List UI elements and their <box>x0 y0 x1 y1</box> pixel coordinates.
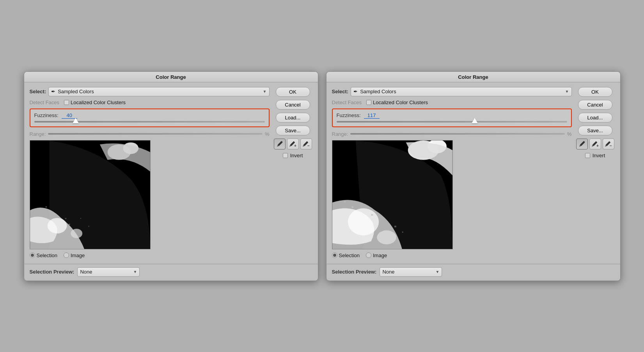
right-localized-checkbox[interactable] <box>366 100 371 105</box>
left-localized-checkbox-label[interactable]: Localized Color Clusters <box>64 100 126 105</box>
right-detect-faces-label: Detect Faces <box>332 100 362 105</box>
right-save-button[interactable]: Save... <box>578 126 612 135</box>
left-localized-checkbox[interactable] <box>64 100 69 105</box>
right-image-radio-label[interactable]: Image <box>366 252 387 258</box>
right-selection-radio[interactable] <box>332 252 337 258</box>
right-range-track[interactable] <box>350 133 565 135</box>
right-select-row: Select: ✒ Sampled Colors ▼ <box>332 87 572 96</box>
left-eyedropper-add-icon: + <box>289 140 296 148</box>
right-eyedropper-icon <box>578 140 585 148</box>
left-select-arrow-icon: ▼ <box>263 89 267 94</box>
right-select-arrow-icon: ▼ <box>565 89 569 94</box>
svg-rect-22 <box>379 220 380 221</box>
right-eyedropper-sample-button[interactable] <box>576 139 588 149</box>
left-sel-prev-arrow-icon: ▼ <box>133 270 137 274</box>
left-dialog-title: Color Range <box>24 72 318 82</box>
svg-text:−: − <box>307 144 310 148</box>
right-range-row: Range: % <box>332 131 572 137</box>
right-image-label: Image <box>373 252 387 258</box>
right-select-value: Sampled Colors <box>360 89 563 94</box>
right-select-dropdown[interactable]: ✒ Sampled Colors ▼ <box>351 87 571 96</box>
left-fuzziness-row: Fuzziness: 40 <box>34 112 265 119</box>
svg-text:+: + <box>294 144 296 148</box>
left-detect-faces-label: Detect Faces <box>30 100 60 105</box>
left-image-radio-label[interactable]: Image <box>64 252 85 258</box>
right-fuzziness-track[interactable] <box>337 121 567 123</box>
left-preview-svg <box>30 140 150 249</box>
left-eyedropper-group: + − <box>274 139 312 149</box>
left-selection-radio-label[interactable]: Selection <box>30 252 57 258</box>
right-sel-prev-dropdown[interactable]: None ▼ <box>380 267 442 277</box>
right-selection-radio-label[interactable]: Selection <box>332 252 360 258</box>
right-load-button[interactable]: Load... <box>578 113 612 123</box>
left-save-button[interactable]: Save... <box>276 126 310 135</box>
left-localized-label: Localized Color Clusters <box>71 100 126 105</box>
svg-point-18 <box>377 230 396 244</box>
right-selection-radio-inner <box>333 254 336 257</box>
left-fuzziness-box: Fuzziness: 40 <box>30 108 270 127</box>
svg-rect-6 <box>51 212 52 213</box>
left-selection-preview-row: Selection Preview: None ▼ <box>24 264 318 281</box>
left-select-dropdown[interactable]: ✒ Sampled Colors ▼ <box>48 87 269 96</box>
left-dialog-body: Select: ✒ Sampled Colors ▼ Detect Faces … <box>24 82 318 264</box>
svg-rect-7 <box>65 218 66 219</box>
right-fuzziness-thumb[interactable] <box>472 118 478 123</box>
left-invert-checkbox[interactable] <box>283 153 288 158</box>
svg-rect-24 <box>402 231 403 233</box>
right-localized-label: Localized Color Clusters <box>373 100 428 105</box>
left-load-button[interactable]: Load... <box>276 113 310 123</box>
svg-point-4 <box>71 229 82 238</box>
right-invert-checkbox[interactable] <box>585 153 590 158</box>
right-fuzziness-label: Fuzziness: <box>337 112 361 118</box>
left-sel-prev-dropdown[interactable]: None ▼ <box>77 267 140 277</box>
right-sel-prev-label: Selection Preview: <box>332 269 377 275</box>
right-options-row: Detect Faces Localized Color Clusters <box>332 100 572 105</box>
right-localized-checkbox-label[interactable]: Localized Color Clusters <box>366 100 428 105</box>
left-eyedropper-sample-button[interactable] <box>274 139 286 149</box>
right-ok-button[interactable]: OK <box>578 87 612 97</box>
left-select-row: Select: ✒ Sampled Colors ▼ <box>30 87 270 96</box>
svg-rect-5 <box>45 206 46 207</box>
right-dialog: Color Range Select: ✒ Sampled Colors ▼ D… <box>326 71 621 281</box>
right-dialog-title: Color Range <box>326 72 620 82</box>
left-dialog-right: OK Cancel Load... Save... <box>273 87 312 258</box>
right-eyedropper-add-button[interactable]: + <box>589 139 601 149</box>
svg-rect-8 <box>69 224 70 225</box>
svg-text:+: + <box>596 144 599 148</box>
left-range-label: Range: <box>30 131 46 137</box>
svg-rect-9 <box>80 218 81 219</box>
svg-rect-21 <box>371 214 373 215</box>
right-fuzziness-box: Fuzziness: 117 <box>332 108 572 127</box>
left-eyedropper-add-button[interactable]: + <box>287 139 299 149</box>
left-range-row: Range: % <box>30 131 270 137</box>
left-ok-button[interactable]: OK <box>276 87 310 97</box>
left-radio-row: Selection Image <box>30 252 270 258</box>
left-fuzziness-thumb[interactable] <box>73 118 79 123</box>
right-select-label: Select: <box>332 89 349 94</box>
right-cancel-button[interactable]: Cancel <box>578 100 612 110</box>
right-selection-preview-row: Selection Preview: None ▼ <box>326 264 620 281</box>
right-sel-prev-arrow-icon: ▼ <box>435 270 439 274</box>
right-eyedropper-subtract-button[interactable]: − <box>603 139 614 149</box>
right-dialog-left: Select: ✒ Sampled Colors ▼ Detect Faces … <box>332 87 572 258</box>
left-eyedropper-icon <box>276 140 283 148</box>
left-select-label: Select: <box>30 89 46 94</box>
left-fuzziness-track[interactable] <box>34 121 265 123</box>
left-image-radio[interactable] <box>64 252 69 258</box>
left-eyedropper-subtract-button[interactable]: − <box>300 139 312 149</box>
left-range-percent: % <box>265 131 270 137</box>
left-sel-prev-value: None <box>80 269 131 275</box>
right-invert-label: Invert <box>593 153 605 158</box>
left-sel-prev-label: Selection Preview: <box>30 269 75 275</box>
left-preview-canvas <box>30 140 151 249</box>
left-selection-radio[interactable] <box>30 252 35 258</box>
left-range-track[interactable] <box>48 133 263 135</box>
right-dialog-right: OK Cancel Load... Save... <box>576 87 615 258</box>
right-preview-svg <box>332 140 452 249</box>
right-invert-row: Invert <box>585 153 605 158</box>
left-select-value: Sampled Colors <box>58 89 261 94</box>
right-image-radio[interactable] <box>366 252 371 258</box>
left-invert-label: Invert <box>290 153 303 158</box>
right-fuzziness-value[interactable]: 117 <box>364 112 380 119</box>
left-cancel-button[interactable]: Cancel <box>276 100 310 110</box>
